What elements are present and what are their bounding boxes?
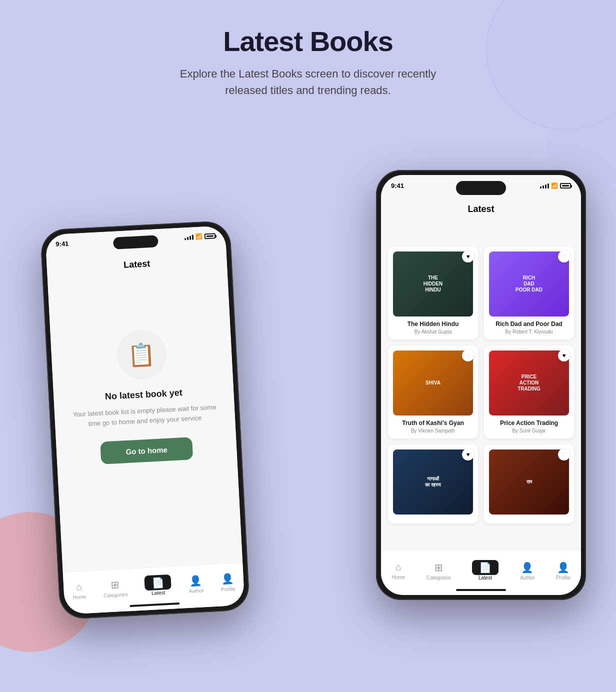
page-subtitle: Explore the Latest Books screen to disco… [158, 66, 458, 98]
signal-icon-right [540, 184, 549, 188]
nav-home-left[interactable]: ⌂ Home [72, 580, 86, 600]
power-button [234, 300, 238, 340]
battery-icon [204, 233, 216, 239]
profile-icon-left: 👤 [221, 572, 234, 585]
book-card-hidden-hindu[interactable]: THEHIDDENHINDU ♥ The Hidden Hindu By Aks… [388, 246, 478, 340]
book-author-shiva: By Vikram Sampath [393, 428, 473, 434]
phone-right: 9:41 📶 [376, 170, 586, 600]
book-card-rich-dad[interactable]: RICHDADPOOR DAD ♡ Rich Dad and Poor Dad … [484, 246, 574, 340]
book-card-price-action[interactable]: PRICEACTIONTRADING ♥ Price Action Tradin… [484, 346, 574, 438]
empty-title: No latest book yet [104, 388, 182, 402]
categories-icon-right: ⊞ [434, 562, 443, 574]
phone-left: 9:41 📶 [40, 220, 250, 620]
nav-categories-right[interactable]: ⊞ Categories [426, 562, 450, 580]
status-icons-left: 📶 [184, 232, 216, 240]
nav-categories-label-right: Categories [426, 575, 450, 580]
nav-home-right[interactable]: ⌂ Home [392, 562, 405, 580]
book-cover-ram: राम [489, 450, 569, 514]
book-card-naagas[interactable]: नागाओंका रहस्य ♥ [388, 444, 478, 524]
wifi-icon-right: 📶 [551, 182, 558, 189]
empty-state: 📋 No latest book yet Your latest book li… [50, 305, 238, 486]
like-button-shiva[interactable]: ♡ [462, 350, 474, 362]
nav-latest-label: Latest [152, 590, 166, 596]
nav-author-right[interactable]: 👤 Author [520, 562, 534, 580]
volume-down-button [42, 305, 46, 335]
time-right: 9:41 [391, 182, 404, 190]
author-icon-right: 👤 [521, 562, 534, 574]
page-header: Latest Books Explore the Latest Books sc… [0, 0, 616, 98]
book-title-price-action: Price Action Trading [489, 420, 569, 426]
screen-left-content: 9:41 📶 [45, 226, 244, 614]
categories-icon: ⊞ [110, 578, 120, 591]
battery-icon-right [560, 183, 571, 188]
book-title-shiva: Truth of Kashi's Gyan [393, 420, 473, 426]
bottom-nav-right: ⌂ Home ⊞ Categories 📄 Latest 👤 [381, 550, 581, 595]
home-icon: ⌂ [76, 581, 82, 593]
page-title: Latest Books [0, 25, 616, 58]
book-author-price-action: By Sunil Gurjar [489, 428, 569, 434]
home-icon-right: ⌂ [396, 562, 402, 573]
nav-home-label-right: Home [392, 574, 405, 580]
like-button-hidden-hindu[interactable]: ♥ [462, 250, 474, 262]
nav-latest-label-right: Latest [478, 575, 492, 580]
phones-container: 9:41 📶 [0, 115, 616, 692]
signal-icon [184, 234, 194, 240]
clipboard-icon: 📋 [127, 341, 156, 368]
author-icon-left: 👤 [189, 574, 202, 586]
nav-latest-right[interactable]: 📄 Latest [472, 562, 498, 580]
book-cover-shiva: SHIVA [393, 350, 473, 416]
book-cover-rich-dad: RICHDADPOOR DAD [489, 252, 569, 316]
nav-author-label-left: Author [189, 588, 204, 594]
wifi-icon: 📶 [196, 233, 203, 240]
dynamic-island-right [456, 181, 506, 195]
silent-button [44, 342, 48, 372]
book-title-rich-dad: Rich Dad and Poor Dad [489, 320, 569, 328]
nav-categories-label: Categories [104, 592, 128, 598]
nav-profile-left[interactable]: 👤 Profile [220, 572, 235, 592]
empty-description: Your latest book list is empty please wa… [70, 402, 220, 430]
empty-icon-container: 📋 [116, 328, 168, 381]
go-home-button[interactable]: Go to home [100, 437, 192, 464]
phone-right-screen: 9:41 📶 [381, 175, 581, 595]
status-icons-right: 📶 [540, 182, 571, 189]
profile-icon-right: 👤 [557, 562, 570, 574]
nav-home-label: Home [72, 594, 86, 600]
volume-up-button [40, 280, 44, 298]
screen-title-right: Latest [381, 204, 581, 214]
nav-profile-right[interactable]: 👤 Profile [556, 562, 570, 580]
nav-author-left[interactable]: 👤 Author [188, 574, 204, 594]
like-button-ram[interactable]: ♡ [558, 448, 570, 460]
screen-right-content: 9:41 📶 [381, 175, 581, 595]
book-author-rich-dad: By Robert T. Kiyosaki [489, 329, 569, 334]
screen-title-left: Latest [46, 254, 227, 274]
bottom-nav-left: ⌂ Home ⊞ Categories 📄 Latest 👤 [63, 562, 245, 614]
nav-profile-label-left: Profile [221, 586, 236, 592]
book-title-hidden-hindu: The Hidden Hindu [393, 320, 473, 328]
book-cover-naagas: नागाओंका रहस्य [393, 450, 473, 514]
phone-left-screen: 9:41 📶 [45, 226, 244, 614]
book-cover-hidden-hindu: THEHIDDENHINDU [393, 252, 473, 316]
nav-profile-label-right: Profile [556, 575, 570, 580]
book-cover-price-action: PRICEACTIONTRADING [489, 350, 569, 416]
book-card-shiva[interactable]: SHIVA ♡ Truth of Kashi's Gyan By Vikram … [388, 346, 478, 438]
nav-latest-left[interactable]: 📄 Latest [144, 576, 172, 596]
latest-icon: 📄 [144, 576, 172, 590]
home-indicator-right [456, 589, 506, 591]
like-button-naagas[interactable]: ♥ [462, 448, 474, 460]
like-button-price-action[interactable]: ♥ [558, 350, 570, 362]
like-button-rich-dad[interactable]: ♡ [558, 250, 570, 262]
book-card-ram[interactable]: राम ♡ [484, 444, 574, 524]
latest-icon-right: 📄 [472, 562, 498, 574]
books-grid: THEHIDDENHINDU ♥ The Hidden Hindu By Aks… [381, 240, 581, 530]
time-left: 9:41 [56, 240, 69, 248]
dynamic-island-left [113, 235, 158, 250]
nav-categories-left[interactable]: ⊞ Categories [102, 578, 128, 598]
book-author-hidden-hindu: By Akshat Gupta [393, 329, 473, 334]
nav-author-label-right: Author [520, 575, 534, 580]
